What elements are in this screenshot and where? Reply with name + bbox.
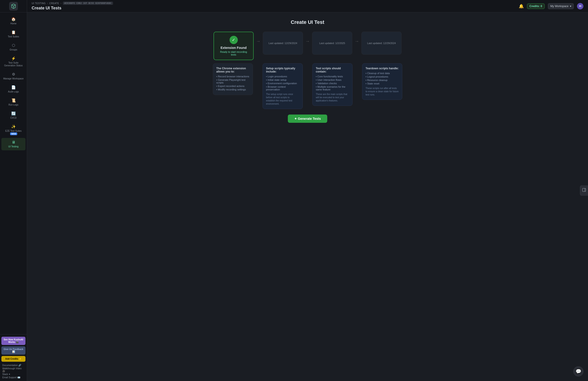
step-teardown-date: Last updated: 12/29/2024 — [367, 42, 396, 45]
logo-icon — [9, 2, 18, 11]
arrow-3: → — [352, 39, 361, 44]
sidebar-item-test-suites[interactable]: 📋 Test Suites — [1, 28, 25, 40]
info-card-teardown: Teardown scripts handle: • Cleanup of te… — [362, 63, 402, 100]
feedback-button[interactable]: Give Us Feedback 📊 — [1, 346, 25, 355]
new-badge: NEW — [10, 133, 17, 135]
sidebar-item-label: Manage Workspace — [3, 77, 24, 80]
wizard-step-setup[interactable]: Last updated: 12/29/2024 — [263, 32, 303, 55]
info-card-setup: Setup scripts typically include: • Login… — [263, 63, 303, 109]
info-card-teardown-item-2: • Logout procedures — [366, 75, 399, 78]
breadcrumb: UI TESTING › CREATE › 4E9308FE CDB2 1EF … — [32, 1, 113, 5]
info-card-teardown-item-3: • Resource cleanup — [366, 79, 399, 82]
ui-testing-icon: 🖥 — [12, 140, 15, 144]
info-card-setup-title: Setup scripts typically include: — [266, 67, 299, 73]
sidebar-item-eze[interactable]: ✨ EZE Test Suites NEW — [1, 122, 25, 137]
info-card-teardown-desc: These scripts run after all tests to ens… — [366, 87, 399, 96]
info-card-setup-item-1: • Login procedures — [266, 75, 299, 78]
info-card-setup-item-4: • Browser context preservation — [266, 85, 299, 91]
info-card-test-item-2: • User interaction flows — [316, 78, 349, 81]
generate-tests-button[interactable]: ✦ Generate Tests — [288, 114, 327, 123]
info-card-ext-item-3: • Export recorded actions — [216, 85, 250, 88]
see-how-button[interactable]: See How KushoAI Works 🎬 — [1, 337, 25, 345]
info-card-teardown-title: Teardown scripts handle: — [366, 67, 399, 70]
test-suites-icon: 📋 — [11, 30, 16, 34]
info-card-test-item-3: • Validation checks — [316, 82, 349, 85]
breadcrumb-hash: 4E9308FE CDB2 1EF BC93 826F080F468C — [63, 1, 113, 5]
content-area: Create UI Test ✓ Extension Found Ready t… — [27, 12, 588, 381]
sidebar-item-groups[interactable]: ⬡ Groups — [1, 41, 25, 53]
extension-check-icon: ✓ — [230, 36, 238, 44]
info-card-ext-item-2: • Generate Playwright test scripts — [216, 78, 250, 84]
sidebar-item-home[interactable]: 🏠 Home — [1, 15, 25, 27]
header-right: 🔔 Credits: 0 My Workspace ▾ H — [519, 3, 584, 9]
sidebar-item-cicd[interactable]: 🔄 CI/CD — [1, 109, 25, 122]
breadcrumb-create[interactable]: CREATE — [49, 2, 59, 5]
chat-icon: 💬 — [576, 369, 581, 374]
info-card-extension-title: The Chrome extension allows you to: — [216, 67, 250, 73]
gen-icon: ⚡ — [11, 56, 16, 61]
header: UI TESTING › CREATE › 4E9308FE CDB2 1EF … — [27, 0, 588, 12]
breadcrumb-sep-2: › — [61, 1, 62, 5]
add-credits-button[interactable]: Add Credits ⚡ — [1, 356, 25, 362]
wizard-step-extension[interactable]: ✓ Extension Found Ready to start recordi… — [213, 32, 254, 60]
sidebar-item-ui-testing[interactable]: 🖥 UI Testing — [1, 138, 25, 150]
info-cards-row: The Chrome extension allows you to: • Re… — [209, 63, 406, 109]
sidebar-item-label: Test Suite Generation Status — [3, 62, 24, 67]
sidebar-item-label: Groups — [10, 48, 17, 51]
svg-rect-0 — [583, 188, 586, 192]
info-card-setup-item-2: • Initial state setup — [266, 78, 299, 81]
step-setup-date: Last updated: 12/29/2024 — [269, 42, 297, 45]
documentation-link[interactable]: Documentation 🔗 — [2, 364, 24, 367]
right-panel-button[interactable] — [580, 185, 588, 196]
sidebar-item-label: EZE Test Suites NEW — [3, 130, 24, 135]
workspace-button[interactable]: My Workspace ▾ — [548, 3, 574, 9]
info-card-ext-item-4: • Modify recording settings — [216, 88, 250, 91]
chat-button[interactable]: 💬 — [573, 366, 583, 376]
workspace-chevron-icon: ▾ — [570, 5, 571, 8]
info-card-teardown-item-1: • Cleanup of test data — [366, 72, 399, 75]
sidebar-item-label: Test Suites — [8, 35, 19, 38]
notification-icon[interactable]: 🔔 — [519, 4, 524, 9]
sidebar-item-run-logs[interactable]: 📜 Run Logs — [1, 96, 25, 109]
arrow-2: → — [303, 39, 312, 44]
generate-row: ✦ Generate Tests — [288, 114, 327, 123]
step-extension-subtitle: Ready to start recording tests — [218, 50, 250, 56]
info-card-test-desc: These are the main scripts that will be … — [316, 93, 349, 102]
info-card-setup-item-3: • Environment configuration — [266, 82, 299, 85]
slack-link[interactable]: Slack ✦ — [2, 373, 24, 376]
sidebar-item-test-suite-gen[interactable]: ⚡ Test Suite Generation Status — [1, 54, 25, 69]
sidebar-item-label: UI Testing — [8, 145, 18, 148]
run-logs-icon: 📜 — [11, 98, 16, 103]
audit-icon: 📄 — [11, 85, 16, 90]
sidebar-nav: 🏠 Home 📋 Test Suites ⬡ Groups ⚡ Test Sui… — [0, 12, 27, 334]
info-card-ext-item-1: • Record browser interactions — [216, 75, 250, 78]
groups-icon: ⬡ — [12, 43, 15, 47]
credits-badge[interactable]: Credits: 0 — [527, 3, 545, 9]
info-card-test-title: Test scripts should contain: — [316, 67, 349, 73]
step-test-date: Last updated: 1/2/2025 — [319, 42, 345, 45]
sidebar: 🏠 Home 📋 Test Suites ⬡ Groups ⚡ Test Sui… — [0, 0, 27, 381]
cicd-icon: 🔄 — [11, 111, 16, 116]
step-extension-title: Extension Found — [221, 46, 247, 50]
page-title: Create UI Tests — [32, 6, 113, 11]
info-card-test: Test scripts should contain: • Core func… — [312, 63, 353, 106]
sidebar-item-label: Audit Logs — [8, 90, 19, 93]
sidebar-item-label: Run Logs — [8, 104, 18, 106]
eze-icon: ✨ — [11, 124, 16, 129]
sidebar-item-manage-workspace[interactable]: ⚙ Manage Workspace — [1, 70, 25, 82]
home-icon: 🏠 — [11, 17, 16, 21]
info-card-extension: The Chrome extension allows you to: • Re… — [213, 63, 253, 95]
sidebar-item-audit-logs[interactable]: 📄 Audit Logs — [1, 83, 25, 95]
sidebar-item-label: CI/CD — [10, 117, 17, 119]
workspace-icon: ⚙ — [12, 72, 15, 76]
info-card-teardown-item-4: • State reset — [366, 82, 399, 85]
wizard-step-teardown[interactable]: Last updated: 12/29/2024 — [361, 32, 401, 55]
wizard-step-test[interactable]: Last updated: 1/2/2025 — [312, 32, 352, 55]
email-support-link[interactable]: Email Support 📧 — [2, 376, 24, 379]
sidebar-links: Documentation 🔗 Walkthrough Video 🎥 Slac… — [1, 363, 25, 379]
breadcrumb-sep-1: › — [47, 1, 48, 5]
info-card-setup-desc: The setup script runs once before all te… — [266, 93, 299, 106]
wizard-steps-row: ✓ Extension Found Ready to start recordi… — [209, 32, 406, 60]
walkthrough-link[interactable]: Walkthrough Video 🎥 — [2, 367, 24, 372]
breadcrumb-ui-testing[interactable]: UI TESTING — [32, 2, 46, 5]
